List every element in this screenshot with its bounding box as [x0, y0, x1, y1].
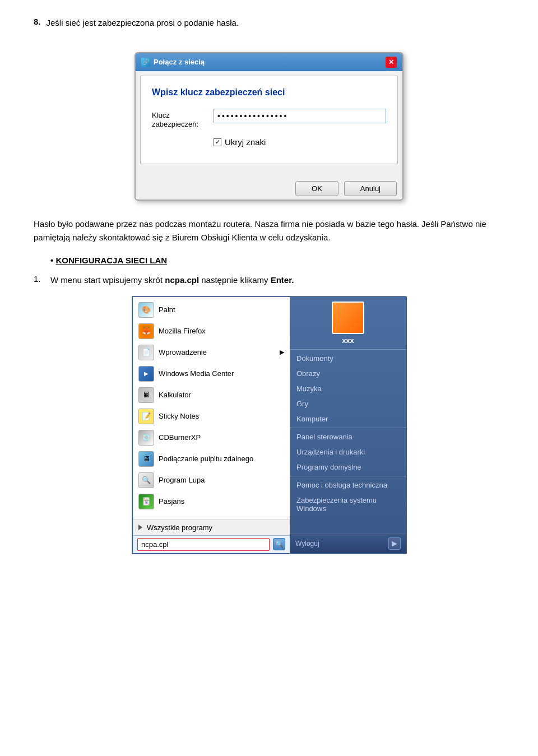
- startmenu-search-input[interactable]: [137, 538, 270, 551]
- wmc-label: Windows Media Center: [159, 369, 234, 378]
- cdburner-label: CDBurnerXP: [159, 433, 201, 442]
- rdp-icon: 🖥: [138, 451, 154, 467]
- step-1: 1. W menu start wpisujemy skrót ncpa.cpl…: [34, 274, 504, 287]
- intro-icon: 📄: [138, 345, 154, 360]
- startmenu-left-panel: 🎨 Paint 🦊 Mozilla Firefox 📄 Wprowadzenie…: [133, 297, 290, 553]
- right-item-gry[interactable]: Gry: [290, 396, 406, 411]
- password-input[interactable]: [214, 109, 386, 123]
- startmenu-item-magnifier[interactable]: 🔍 Program Lupa: [133, 470, 290, 491]
- startmenu-search-button[interactable]: 🔍: [273, 538, 285, 550]
- all-programs-label: Wszystkie programy: [147, 523, 212, 532]
- section-title: KONFIGURACJA SIECI LAN: [50, 256, 504, 265]
- startmenu-right-panel: xxx Dokumenty Obrazy Muzyka Gry Komputer…: [290, 297, 406, 553]
- right-item-help[interactable]: Pomoc i obsługa techniczna: [290, 477, 406, 493]
- sticky-icon: 📝: [138, 409, 154, 424]
- username: xxx: [290, 335, 406, 348]
- startmenu-bottom-bar: Wyloguj ▶: [290, 534, 406, 553]
- hide-chars-label: Ukryj znaki: [225, 137, 266, 147]
- right-item-muzyka[interactable]: Muzyka: [290, 381, 406, 396]
- connect-network-dialog: 🔗 Połącz z siecią ✕ Wpisz klucz zabezpie…: [134, 52, 404, 201]
- right-separator: [290, 349, 406, 350]
- startmenu-separator: [133, 517, 290, 517]
- hide-chars-checkbox[interactable]: ✓: [214, 138, 221, 146]
- right-item-defaults[interactable]: Programy domyślne: [290, 460, 406, 475]
- startmenu-item-paint[interactable]: 🎨 Paint: [133, 299, 290, 321]
- titlebar-left: 🔗 Połącz z siecią: [141, 58, 205, 67]
- startmenu-search-area: 🔍: [133, 535, 290, 553]
- firefox-label: Mozilla Firefox: [159, 327, 206, 335]
- step-1-text: W menu start wpisujemy skrót ncpa.cpl na…: [50, 274, 294, 287]
- section-number: 8.: [34, 17, 41, 41]
- startmenu-wrapper: 🎨 Paint 🦊 Mozilla Firefox 📄 Wprowadzenie…: [132, 296, 406, 554]
- dialog-body: Wpisz klucz zabezpieczeń sieci Klucz zab…: [140, 76, 398, 165]
- calc-icon: 🖩: [138, 387, 154, 403]
- password-label: Klucz zabezpieczeń:: [152, 109, 214, 130]
- startmenu-item-cdburner[interactable]: 💿 CDBurnerXP: [133, 427, 290, 448]
- password-field-row: Klucz zabezpieczeń:: [152, 109, 386, 130]
- rdp-label: Podłączanie pulpitu zdalnego: [159, 454, 253, 463]
- network-icon: 🔗: [141, 58, 150, 67]
- cdburner-icon: 💿: [138, 430, 154, 446]
- startmenu-item-solitaire[interactable]: 🃏 Pasjans: [133, 491, 290, 512]
- step-1-bold: ncpa.cpl: [165, 275, 199, 285]
- right-separator-3: [290, 476, 406, 476]
- dialog-close-button[interactable]: ✕: [386, 57, 397, 68]
- logout-button[interactable]: Wyloguj: [295, 540, 319, 548]
- paint-label: Paint: [159, 305, 175, 314]
- startmenu: 🎨 Paint 🦊 Mozilla Firefox 📄 Wprowadzenie…: [132, 296, 407, 554]
- paint-icon: 🎨: [138, 302, 154, 318]
- all-programs-arrow: [138, 525, 142, 530]
- calc-label: Kalkulator: [159, 391, 191, 399]
- user-avatar: [332, 302, 364, 334]
- startmenu-item-sticky[interactable]: 📝 Sticky Notes: [133, 406, 290, 427]
- intro-arrow: ▶: [280, 349, 284, 356]
- magnifier-label: Program Lupa: [159, 476, 205, 484]
- all-programs-item[interactable]: Wszystkie programy: [133, 520, 290, 535]
- dialog-titlebar: 🔗 Połącz z siecią ✕: [136, 53, 402, 71]
- startmenu-screenshot: 🎨 Paint 🦊 Mozilla Firefox 📄 Wprowadzenie…: [34, 296, 504, 554]
- hide-chars-row: ✓ Ukryj znaki: [214, 137, 386, 147]
- dialog-heading: Wpisz klucz zabezpieczeń sieci: [152, 87, 386, 98]
- dialog-buttons: OK Anuluj: [136, 175, 402, 200]
- startmenu-item-firefox[interactable]: 🦊 Mozilla Firefox: [133, 321, 290, 342]
- step-1-text-after: następnie klikamy: [199, 275, 271, 285]
- after-dialog-text: Hasło było podawane przez nas podczas mo…: [34, 217, 504, 244]
- step-1-text-before: W menu start wpisujemy skrót: [50, 275, 165, 285]
- right-item-dokumenty[interactable]: Dokumenty: [290, 351, 406, 366]
- dialog-title: Połącz z siecią: [154, 58, 205, 66]
- solitaire-icon: 🃏: [138, 494, 154, 509]
- startmenu-item-wmc[interactable]: ▶ Windows Media Center: [133, 363, 290, 384]
- ok-button[interactable]: OK: [295, 181, 338, 196]
- step-1-number: 1.: [34, 274, 45, 287]
- right-separator-2: [290, 428, 406, 428]
- sticky-label: Sticky Notes: [159, 412, 199, 420]
- solitaire-label: Pasjans: [159, 497, 184, 505]
- power-button[interactable]: ▶: [388, 537, 401, 550]
- right-item-security[interactable]: Zabezpieczenia systemu Windows: [290, 493, 406, 516]
- dialog-container: 🔗 Połącz z siecią ✕ Wpisz klucz zabezpie…: [34, 52, 504, 201]
- step-1-bold2: Enter.: [271, 275, 294, 285]
- startmenu-item-rdp[interactable]: 🖥 Podłączanie pulpitu zdalnego: [133, 448, 290, 470]
- firefox-icon: 🦊: [138, 323, 154, 339]
- right-item-komputer[interactable]: Komputer: [290, 411, 406, 426]
- cancel-button[interactable]: Anuluj: [344, 181, 397, 196]
- wmc-icon: ▶: [138, 366, 154, 382]
- magnifier-icon: 🔍: [138, 472, 154, 488]
- intro-label: Wprowadzenie: [159, 348, 207, 356]
- intro-text: Jeśli sieć jest zabezpieczona prosi o po…: [47, 17, 239, 30]
- right-item-devices[interactable]: Urządzenia i drukarki: [290, 444, 406, 460]
- right-item-obrazy[interactable]: Obrazy: [290, 366, 406, 381]
- right-item-panel[interactable]: Panel sterowania: [290, 429, 406, 444]
- startmenu-item-intro[interactable]: 📄 Wprowadzenie ▶: [133, 342, 290, 363]
- startmenu-item-calc[interactable]: 🖩 Kalkulator: [133, 384, 290, 406]
- startmenu-programs-list: 🎨 Paint 🦊 Mozilla Firefox 📄 Wprowadzenie…: [133, 297, 290, 514]
